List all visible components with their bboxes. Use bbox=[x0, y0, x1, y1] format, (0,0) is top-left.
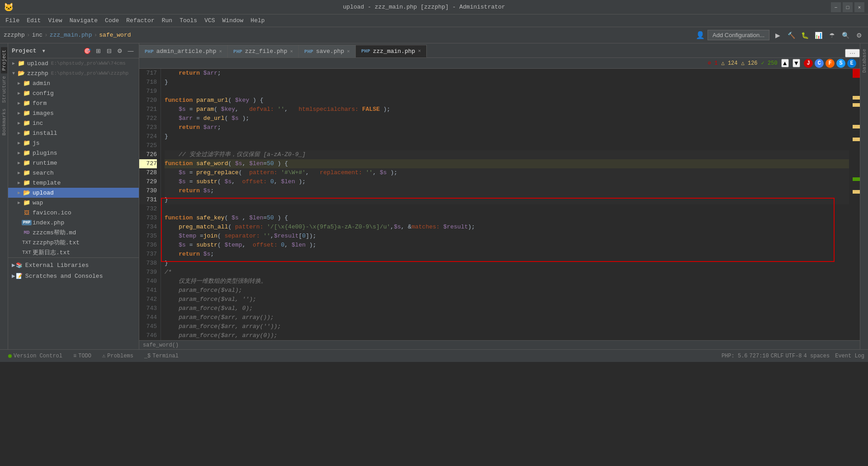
code-line-734: preg_match_all( pattern: '/[\x{4e00}-\x{… bbox=[165, 223, 849, 232]
file-icon-zzzphp-func: TXT bbox=[23, 238, 31, 247]
coverage-button[interactable]: ☂ bbox=[826, 30, 837, 41]
gutter-warn1 bbox=[853, 96, 860, 100]
caution-indicator[interactable]: △ 126 bbox=[741, 60, 758, 67]
breadcrumb-zzzphp[interactable]: zzzphp bbox=[4, 32, 25, 38]
firefox-browser-icon[interactable]: F bbox=[826, 59, 835, 68]
bottom-tab-todo[interactable]: ≡ TODO bbox=[69, 351, 96, 361]
tree-item-zzzphp[interactable]: ▼ 📂 zzzphp E:\phpstudy_pro\WWW\zzzphp bbox=[8, 68, 139, 78]
menu-navigate[interactable]: Navigate bbox=[66, 16, 101, 25]
tree-item-zzzphp-func[interactable]: ▶ TXT zzzphp功能.txt bbox=[8, 238, 139, 247]
sidebar-settings-button[interactable]: ⚙ bbox=[115, 46, 124, 55]
tab-zzz-main[interactable]: PHP zzz_main.php × bbox=[356, 45, 427, 57]
settings-button[interactable]: ⚙ bbox=[854, 30, 864, 41]
side-tab-structure[interactable]: Structure bbox=[1, 73, 7, 105]
tree-item-update-log[interactable]: ▶ TXT 更新日志.txt bbox=[8, 247, 139, 257]
tab-close-admin-article[interactable]: × bbox=[219, 49, 222, 54]
tree-item-zzzcms-help[interactable]: ▶ MD zzzcms帮助.md bbox=[8, 228, 139, 238]
run-button[interactable]: ▶ bbox=[772, 30, 783, 41]
toolbar: zzzphp › inc › zzz_main.php › safe_word … bbox=[0, 27, 868, 43]
tree-item-upload[interactable]: ▶ 📁 upload E:\phpstudy_pro\WWW\74cms bbox=[8, 58, 139, 68]
tree-item-install[interactable]: ▶ 📁 install bbox=[8, 128, 139, 138]
menu-help[interactable]: Help bbox=[247, 16, 268, 25]
add-configuration-button[interactable]: Add Configuration... bbox=[708, 30, 769, 40]
minimize-button[interactable]: − bbox=[831, 2, 841, 12]
side-tab-project[interactable]: Project bbox=[1, 47, 7, 73]
file-icon-update-log: TXT bbox=[23, 248, 31, 257]
tabs-more-button[interactable]: ⋯ bbox=[845, 49, 860, 57]
menu-vcs[interactable]: VCS bbox=[201, 16, 218, 25]
folder-icon-images: 📁 bbox=[23, 109, 31, 117]
error-indicator[interactable]: ⊘ 1 bbox=[708, 60, 718, 67]
tab-close-zzz-main[interactable]: × bbox=[418, 48, 421, 54]
bottom-tab-version-control[interactable]: Version Control bbox=[4, 351, 67, 361]
bottom-tab-problems[interactable]: ⚠ Problems bbox=[98, 351, 138, 361]
safari-browser-icon[interactable]: S bbox=[836, 59, 845, 68]
bottom-tab-terminal[interactable]: _$ Terminal bbox=[140, 351, 183, 361]
side-tab-database[interactable]: Database bbox=[861, 45, 868, 76]
external-libraries-section: ▶ 📚 External Libraries ▶ 📝 Scratches and… bbox=[8, 257, 139, 283]
tree-item-admin[interactable]: ▶ 📁 admin bbox=[8, 78, 139, 88]
tab-close-save[interactable]: × bbox=[347, 49, 350, 54]
tree-item-wap[interactable]: ▶ 📁 wap bbox=[8, 198, 139, 208]
sidebar-dropdown-button[interactable]: ▼ bbox=[39, 46, 48, 55]
tab-close-zzz-file[interactable]: × bbox=[290, 49, 293, 54]
tree-item-index-php[interactable]: ▶ PHP index.php bbox=[8, 218, 139, 228]
tree-item-js[interactable]: ▶ 📁 js bbox=[8, 138, 139, 148]
menu-window[interactable]: Window bbox=[219, 16, 247, 25]
edge-browser-icon[interactable]: E bbox=[847, 59, 856, 68]
external-libraries-item[interactable]: ▶ 📚 External Libraries bbox=[8, 260, 139, 271]
menu-view[interactable]: View bbox=[44, 16, 66, 25]
editor-content[interactable]: 717 718 719 720 721 722 723 724 725 726 … bbox=[139, 69, 860, 340]
tree-item-favicon[interactable]: ▶ 🖼 favicon.ico bbox=[8, 208, 139, 218]
breadcrumb-function[interactable]: safe_word bbox=[99, 32, 131, 38]
search-everywhere-button[interactable]: 🔍 bbox=[840, 30, 851, 41]
tree-item-search[interactable]: ▶ 📁 search bbox=[8, 168, 139, 178]
chrome-browser-icon[interactable]: C bbox=[815, 59, 824, 68]
warning-indicator[interactable]: △ 124 bbox=[721, 60, 737, 67]
tree-item-images[interactable]: ▶ 📁 images bbox=[8, 108, 139, 118]
tab-zzz-file[interactable]: PHP zzz_file.php × bbox=[228, 45, 299, 57]
breadcrumb-file[interactable]: zzz_main.php bbox=[50, 32, 92, 38]
tree-item-plugins[interactable]: ▶ 📁 plugins bbox=[8, 148, 139, 158]
sidebar-close-button[interactable]: — bbox=[126, 46, 135, 55]
menu-code[interactable]: Code bbox=[101, 16, 123, 25]
code-area[interactable]: return $arr; } function param_url( $key … bbox=[161, 69, 853, 340]
tab-save[interactable]: PHP save.php × bbox=[299, 45, 356, 57]
build-button[interactable]: 🔨 bbox=[786, 30, 797, 41]
close-button[interactable]: × bbox=[854, 2, 864, 12]
tree-item-config[interactable]: ▶ 📁 config bbox=[8, 88, 139, 98]
tree-item-inc[interactable]: ▶ 📁 inc bbox=[8, 118, 139, 128]
scratches-item[interactable]: ▶ 📝 Scratches and Consoles bbox=[8, 271, 139, 281]
maximize-button[interactable]: □ bbox=[843, 2, 853, 12]
debug-button[interactable]: 🐛 bbox=[799, 30, 810, 41]
gutter-warn5 bbox=[853, 190, 860, 194]
sidebar-collapse-button[interactable]: ⊟ bbox=[104, 46, 113, 55]
menu-file[interactable]: File bbox=[2, 16, 23, 25]
menu-refactor[interactable]: Refactor bbox=[123, 16, 158, 25]
indicator-down-button[interactable]: ▼ bbox=[793, 59, 800, 67]
side-tab-bookmarks[interactable]: Bookmarks bbox=[1, 106, 7, 138]
status-line-ending[interactable]: CRLF bbox=[771, 353, 784, 359]
sidebar-expand-button[interactable]: ⊞ bbox=[94, 46, 103, 55]
ln-721: 721 bbox=[139, 105, 157, 114]
menu-edit[interactable]: Edit bbox=[23, 16, 44, 25]
tab-admin-article[interactable]: PHP admin_article.php × bbox=[139, 45, 228, 57]
status-cursor-pos[interactable]: 727:10 bbox=[750, 353, 769, 359]
status-php-version[interactable]: PHP: 5.6 bbox=[722, 353, 748, 359]
breadcrumb-inc[interactable]: inc bbox=[32, 32, 42, 38]
ok-indicator[interactable]: ✓ 250 bbox=[761, 60, 778, 67]
status-event-log[interactable]: Event Log bbox=[835, 353, 864, 359]
sidebar-locate-button[interactable]: 🎯 bbox=[83, 46, 92, 55]
jetbrains-browser-icon[interactable]: J bbox=[804, 59, 813, 68]
scratches-icon: 📝 bbox=[15, 272, 24, 280]
menu-tools[interactable]: Tools bbox=[176, 16, 201, 25]
tree-item-runtime[interactable]: ▶ 📁 runtime bbox=[8, 158, 139, 168]
indicator-up-button[interactable]: ▲ bbox=[781, 59, 789, 67]
profile-button[interactable]: 📊 bbox=[813, 30, 824, 41]
menu-run[interactable]: Run bbox=[158, 16, 176, 25]
tree-item-upload-folder[interactable]: ▶ 📂 upload bbox=[8, 188, 139, 198]
status-encoding[interactable]: UTF-8 bbox=[786, 353, 802, 359]
tree-item-template[interactable]: ▶ 📁 template bbox=[8, 178, 139, 188]
status-indent[interactable]: 4 spaces bbox=[804, 353, 830, 359]
tree-item-form[interactable]: ▶ 📁 form bbox=[8, 98, 139, 108]
